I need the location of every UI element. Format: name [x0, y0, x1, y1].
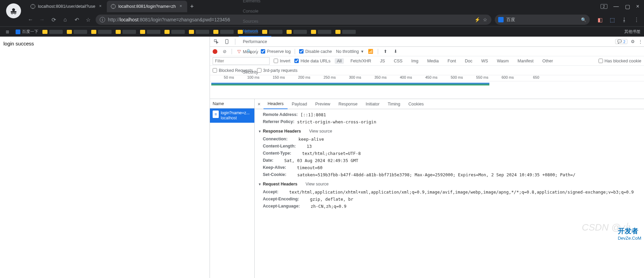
disable-cache-checkbox[interactable]: Disable cache — [299, 49, 332, 54]
bookmark-folder[interactable] — [164, 30, 185, 34]
filter-type-fetch-xhr[interactable]: Fetch/XHR — [348, 58, 373, 64]
forward-icon[interactable]: → — [38, 16, 46, 24]
detail-tab-cookies[interactable]: Cookies — [404, 99, 428, 109]
filter-type-img[interactable]: Img — [409, 58, 421, 64]
close-tab-icon[interactable]: × — [98, 4, 103, 9]
request-headers-section[interactable]: ▼Request HeadersView source — [255, 178, 644, 188]
blocked-cookies-checkbox[interactable]: Has blocked cookie — [599, 59, 641, 63]
maximize-icon[interactable]: ▢ — [625, 3, 630, 10]
filter-type-media[interactable]: Media — [425, 58, 441, 64]
header-key: Connection: — [263, 137, 288, 142]
folder-icon — [335, 30, 340, 34]
filter-type-ws[interactable]: WS — [479, 58, 490, 64]
invert-checkbox[interactable]: Invert — [274, 59, 290, 63]
bookmark-folder[interactable] — [189, 30, 209, 34]
browser-tab[interactable]: localhost:8081/user/detail?use × — [26, 1, 107, 12]
home-icon[interactable]: ⌂ — [61, 16, 69, 24]
crop-icon[interactable]: ⬚ — [608, 16, 616, 24]
detail-tab-headers[interactable]: Headers — [264, 99, 288, 109]
minimize-icon[interactable]: — — [613, 3, 619, 9]
filter-type-manifest[interactable]: Manifest — [515, 58, 536, 64]
header-key: Content-Type: — [263, 151, 291, 156]
menu-icon[interactable]: ⋮ — [632, 16, 641, 24]
bookmark-folder[interactable] — [42, 30, 63, 34]
filter-type-css[interactable]: CSS — [391, 58, 405, 64]
blocked-requests-checkbox[interactable]: Blocked Requests — [213, 68, 253, 73]
browser-tab-active[interactable]: localhost:8081/login?name=zh × — [107, 1, 187, 12]
view-source-link[interactable]: View source — [309, 129, 332, 134]
folder-icon — [311, 30, 316, 34]
requests-header[interactable]: Name — [210, 99, 254, 108]
bookmark-folder[interactable] — [67, 30, 87, 34]
bookmark-folder[interactable] — [213, 30, 234, 34]
star-icon[interactable]: ☆ — [483, 17, 487, 22]
bookmark-star-icon[interactable]: ☆ — [84, 16, 92, 24]
folder-icon — [42, 30, 47, 34]
devtools-tab-performance[interactable]: Performance — [239, 37, 271, 47]
settings-icon[interactable]: ⚙ — [631, 39, 635, 44]
reload-icon[interactable]: ⟳ — [50, 16, 58, 24]
hide-data-urls-checkbox[interactable]: Hide data URLs — [294, 59, 330, 63]
globe-icon — [111, 4, 116, 9]
filter-icon[interactable]: ▽ — [236, 48, 242, 55]
flash-icon[interactable]: ⚡ — [474, 17, 480, 22]
upload-icon[interactable]: ⬆ — [382, 48, 388, 55]
close-details-icon[interactable]: × — [255, 101, 264, 107]
close-window-icon[interactable]: × — [636, 3, 639, 9]
back-icon[interactable]: ← — [26, 16, 35, 24]
bookmark-folder[interactable] — [335, 30, 356, 34]
bookmark-folder[interactable] — [91, 30, 112, 34]
detail-tab-preview[interactable]: Preview — [311, 99, 334, 109]
filter-input[interactable] — [213, 57, 270, 65]
inspect-icon[interactable] — [211, 39, 221, 44]
filter-type-wasm[interactable]: Wasm — [494, 58, 511, 64]
search-icon[interactable]: 🔍 — [581, 17, 586, 22]
detail-tab-response[interactable]: Response — [334, 99, 362, 109]
devtools-tab-sources[interactable]: Sources — [239, 16, 271, 26]
bookmark-folder[interactable] — [311, 30, 331, 34]
network-timeline[interactable]: 50 ms100 ms150 ms200 ms250 ms300 ms350 m… — [210, 75, 644, 99]
window-count-badge[interactable]: 2 — [601, 4, 607, 9]
close-tab-icon[interactable]: × — [178, 4, 183, 9]
response-headers-section[interactable]: ▼Response HeadersView source — [255, 125, 644, 136]
request-row[interactable]: ≡ login?name=z... localhost — [210, 108, 254, 123]
filter-type-all[interactable]: All — [335, 58, 344, 64]
view-source-link[interactable]: View source — [306, 182, 329, 186]
undo-nav-icon[interactable]: ↶ — [73, 16, 81, 24]
detail-tab-initiator[interactable]: Initiator — [362, 99, 384, 109]
search-placeholder: 百度 — [506, 17, 515, 23]
third-party-checkbox[interactable]: 3rd-party requests — [257, 68, 297, 73]
more-icon[interactable]: ⋮ — [638, 39, 643, 44]
bookmark-item[interactable]: 百度一下 — [16, 29, 38, 35]
baidu-icon — [498, 17, 504, 22]
device-icon[interactable] — [222, 39, 232, 44]
header-key: Accept-Encoding: — [263, 197, 299, 202]
filter-type-doc[interactable]: Doc — [463, 58, 475, 64]
download-har-icon[interactable]: ⬇ — [392, 48, 398, 55]
ext1-icon[interactable]: ◧ — [596, 16, 604, 24]
download-icon[interactable]: ⭳ — [620, 16, 628, 24]
other-bookmarks[interactable]: 其他书签 — [622, 29, 641, 35]
clear-icon[interactable]: ⊘ — [221, 48, 228, 55]
detail-tab-timing[interactable]: Timing — [384, 99, 404, 109]
messages-badge[interactable]: 💬 2 — [615, 39, 627, 44]
filter-type-other[interactable]: Other — [540, 58, 555, 64]
bookmark-folder[interactable] — [287, 30, 307, 34]
bookmark-folder[interactable] — [116, 30, 136, 34]
wifi-icon[interactable]: 📶 — [368, 48, 374, 55]
record-icon[interactable] — [213, 49, 217, 54]
filter-type-font[interactable]: Font — [445, 58, 458, 64]
apps-icon[interactable]: ⊞ — [3, 28, 12, 36]
search-box[interactable]: 百度 🔍 — [495, 15, 590, 25]
search-icon[interactable]: 🔍 — [246, 48, 252, 55]
address-bar[interactable]: i http://localhost:8081/login?name=zhang… — [96, 15, 491, 25]
preserve-log-checkbox[interactable]: Preserve log — [261, 49, 291, 54]
throttling-select[interactable]: No throttling ▾ — [336, 49, 364, 54]
site-info-icon[interactable]: i — [100, 17, 105, 22]
new-tab-button[interactable]: + — [187, 3, 197, 10]
header-value: zh-CN,zh;q=0.9 — [303, 204, 346, 209]
detail-tab-payload[interactable]: Payload — [288, 99, 311, 109]
filter-type-js[interactable]: JS — [378, 58, 388, 64]
bookmark-folder[interactable] — [140, 30, 160, 34]
devtools-tab-network[interactable]: Network — [239, 26, 271, 37]
